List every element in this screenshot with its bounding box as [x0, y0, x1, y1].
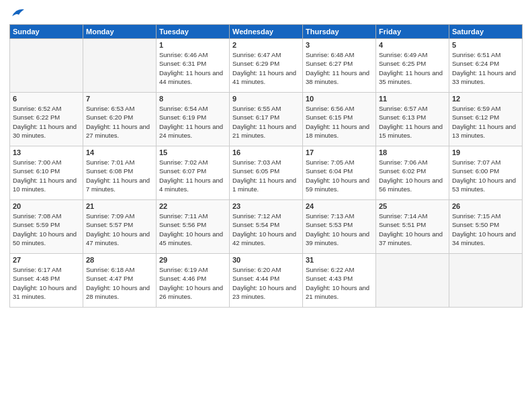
day-cell: 2Sunrise: 6:47 AM Sunset: 6:29 PM Daylig… — [230, 39, 303, 93]
day-info: Sunrise: 6:18 AM Sunset: 4:47 PM Dayligh… — [86, 265, 153, 301]
day-number: 18 — [379, 148, 446, 156]
day-header-friday: Friday — [376, 25, 449, 39]
day-info: Sunrise: 6:57 AM Sunset: 6:13 PM Dayligh… — [379, 104, 446, 140]
day-number: 21 — [86, 202, 153, 210]
day-cell: 26Sunrise: 7:15 AM Sunset: 5:50 PM Dayli… — [449, 200, 523, 254]
day-cell: 19Sunrise: 7:07 AM Sunset: 6:00 PM Dayli… — [449, 146, 523, 200]
day-info: Sunrise: 6:17 AM Sunset: 4:48 PM Dayligh… — [13, 265, 80, 301]
day-cell: 23Sunrise: 7:12 AM Sunset: 5:54 PM Dayli… — [230, 200, 303, 254]
day-info: Sunrise: 7:15 AM Sunset: 5:50 PM Dayligh… — [452, 212, 519, 247]
day-cell: 10Sunrise: 6:56 AM Sunset: 6:15 PM Dayli… — [303, 93, 376, 146]
day-cell: 16Sunrise: 7:03 AM Sunset: 6:05 PM Dayli… — [230, 146, 303, 200]
day-cell: 28Sunrise: 6:18 AM Sunset: 4:47 PM Dayli… — [83, 254, 157, 308]
day-cell: 14Sunrise: 7:01 AM Sunset: 6:08 PM Dayli… — [83, 146, 157, 200]
week-row-0: 1Sunrise: 6:46 AM Sunset: 6:31 PM Daylig… — [10, 39, 523, 93]
day-cell — [449, 254, 523, 308]
day-number: 17 — [306, 148, 373, 156]
day-info: Sunrise: 7:13 AM Sunset: 5:53 PM Dayligh… — [306, 212, 373, 247]
day-number: 14 — [86, 148, 153, 156]
day-number: 1 — [159, 41, 226, 49]
day-number: 31 — [306, 256, 373, 264]
day-number: 12 — [452, 95, 519, 103]
day-cell: 15Sunrise: 7:02 AM Sunset: 6:07 PM Dayli… — [157, 146, 230, 200]
week-row-2: 13Sunrise: 7:00 AM Sunset: 6:10 PM Dayli… — [10, 146, 523, 200]
day-info: Sunrise: 6:53 AM Sunset: 6:20 PM Dayligh… — [86, 104, 153, 140]
day-number: 15 — [159, 148, 226, 156]
day-cell: 8Sunrise: 6:54 AM Sunset: 6:19 PM Daylig… — [157, 93, 230, 146]
day-number: 19 — [452, 148, 519, 156]
day-info: Sunrise: 7:12 AM Sunset: 5:54 PM Dayligh… — [232, 212, 300, 247]
day-cell: 17Sunrise: 7:05 AM Sunset: 6:04 PM Dayli… — [303, 146, 376, 200]
day-number: 25 — [379, 202, 446, 210]
day-info: Sunrise: 6:59 AM Sunset: 6:12 PM Dayligh… — [452, 104, 519, 140]
logo — [9, 7, 26, 19]
day-number: 7 — [86, 95, 153, 103]
day-number: 28 — [86, 256, 153, 264]
day-info: Sunrise: 7:09 AM Sunset: 5:57 PM Dayligh… — [86, 212, 153, 247]
day-cell: 30Sunrise: 6:20 AM Sunset: 4:44 PM Dayli… — [230, 254, 303, 308]
day-cell: 24Sunrise: 7:13 AM Sunset: 5:53 PM Dayli… — [303, 200, 376, 254]
day-info: Sunrise: 6:51 AM Sunset: 6:24 PM Dayligh… — [452, 50, 519, 86]
calendar-table: SundayMondayTuesdayWednesdayThursdayFrid… — [9, 24, 523, 308]
day-cell: 12Sunrise: 6:59 AM Sunset: 6:12 PM Dayli… — [449, 93, 523, 146]
day-cell: 7Sunrise: 6:53 AM Sunset: 6:20 PM Daylig… — [83, 93, 157, 146]
day-info: Sunrise: 6:49 AM Sunset: 6:25 PM Dayligh… — [379, 50, 446, 86]
page-container: SundayMondayTuesdayWednesdayThursdayFrid… — [0, 0, 532, 313]
day-cell — [10, 39, 83, 93]
day-info: Sunrise: 6:19 AM Sunset: 4:46 PM Dayligh… — [159, 265, 226, 301]
day-cell: 31Sunrise: 6:22 AM Sunset: 4:43 PM Dayli… — [303, 254, 376, 308]
day-number: 3 — [306, 41, 373, 49]
day-cell: 11Sunrise: 6:57 AM Sunset: 6:13 PM Dayli… — [376, 93, 449, 146]
day-cell: 1Sunrise: 6:46 AM Sunset: 6:31 PM Daylig… — [157, 39, 230, 93]
day-cell: 4Sunrise: 6:49 AM Sunset: 6:25 PM Daylig… — [376, 39, 449, 93]
logo-bird-icon — [11, 7, 26, 19]
day-info: Sunrise: 6:48 AM Sunset: 6:27 PM Dayligh… — [306, 50, 373, 86]
day-header-saturday: Saturday — [449, 25, 523, 39]
page-header — [9, 7, 523, 19]
day-number: 8 — [159, 95, 226, 103]
day-info: Sunrise: 7:08 AM Sunset: 5:59 PM Dayligh… — [13, 212, 80, 247]
day-number: 6 — [13, 95, 80, 103]
day-info: Sunrise: 6:46 AM Sunset: 6:31 PM Dayligh… — [159, 50, 226, 86]
day-number: 24 — [306, 202, 373, 210]
header-row: SundayMondayTuesdayWednesdayThursdayFrid… — [10, 25, 523, 39]
day-cell: 13Sunrise: 7:00 AM Sunset: 6:10 PM Dayli… — [10, 146, 83, 200]
day-cell: 3Sunrise: 6:48 AM Sunset: 6:27 PM Daylig… — [303, 39, 376, 93]
day-number: 13 — [13, 148, 80, 156]
day-info: Sunrise: 7:02 AM Sunset: 6:07 PM Dayligh… — [159, 158, 226, 193]
day-header-thursday: Thursday — [303, 25, 376, 39]
day-number: 20 — [13, 202, 80, 210]
day-number: 10 — [306, 95, 373, 103]
day-cell — [376, 254, 449, 308]
day-cell: 6Sunrise: 6:52 AM Sunset: 6:22 PM Daylig… — [10, 93, 83, 146]
week-row-3: 20Sunrise: 7:08 AM Sunset: 5:59 PM Dayli… — [10, 200, 523, 254]
day-info: Sunrise: 7:00 AM Sunset: 6:10 PM Dayligh… — [13, 158, 80, 193]
day-header-sunday: Sunday — [10, 25, 83, 39]
day-number: 9 — [232, 95, 300, 103]
day-cell: 29Sunrise: 6:19 AM Sunset: 4:46 PM Dayli… — [157, 254, 230, 308]
day-cell: 20Sunrise: 7:08 AM Sunset: 5:59 PM Dayli… — [10, 200, 83, 254]
day-cell: 5Sunrise: 6:51 AM Sunset: 6:24 PM Daylig… — [449, 39, 523, 93]
day-info: Sunrise: 6:47 AM Sunset: 6:29 PM Dayligh… — [232, 50, 300, 86]
day-number: 4 — [379, 41, 446, 49]
day-info: Sunrise: 6:52 AM Sunset: 6:22 PM Dayligh… — [13, 104, 80, 140]
week-row-1: 6Sunrise: 6:52 AM Sunset: 6:22 PM Daylig… — [10, 93, 523, 146]
day-number: 27 — [13, 256, 80, 264]
day-info: Sunrise: 6:56 AM Sunset: 6:15 PM Dayligh… — [306, 104, 373, 140]
day-header-tuesday: Tuesday — [157, 25, 230, 39]
day-info: Sunrise: 7:03 AM Sunset: 6:05 PM Dayligh… — [232, 158, 300, 193]
day-info: Sunrise: 7:07 AM Sunset: 6:00 PM Dayligh… — [452, 158, 519, 193]
day-cell: 18Sunrise: 7:06 AM Sunset: 6:02 PM Dayli… — [376, 146, 449, 200]
day-number: 30 — [232, 256, 300, 264]
day-header-monday: Monday — [83, 25, 157, 39]
day-info: Sunrise: 6:20 AM Sunset: 4:44 PM Dayligh… — [232, 265, 300, 301]
day-cell: 27Sunrise: 6:17 AM Sunset: 4:48 PM Dayli… — [10, 254, 83, 308]
day-number: 16 — [232, 148, 300, 156]
day-cell: 25Sunrise: 7:14 AM Sunset: 5:51 PM Dayli… — [376, 200, 449, 254]
day-info: Sunrise: 7:14 AM Sunset: 5:51 PM Dayligh… — [379, 212, 446, 247]
day-cell: 21Sunrise: 7:09 AM Sunset: 5:57 PM Dayli… — [83, 200, 157, 254]
day-number: 22 — [159, 202, 226, 210]
day-info: Sunrise: 6:22 AM Sunset: 4:43 PM Dayligh… — [306, 265, 373, 301]
day-number: 29 — [159, 256, 226, 264]
day-info: Sunrise: 6:55 AM Sunset: 6:17 PM Dayligh… — [232, 104, 300, 140]
